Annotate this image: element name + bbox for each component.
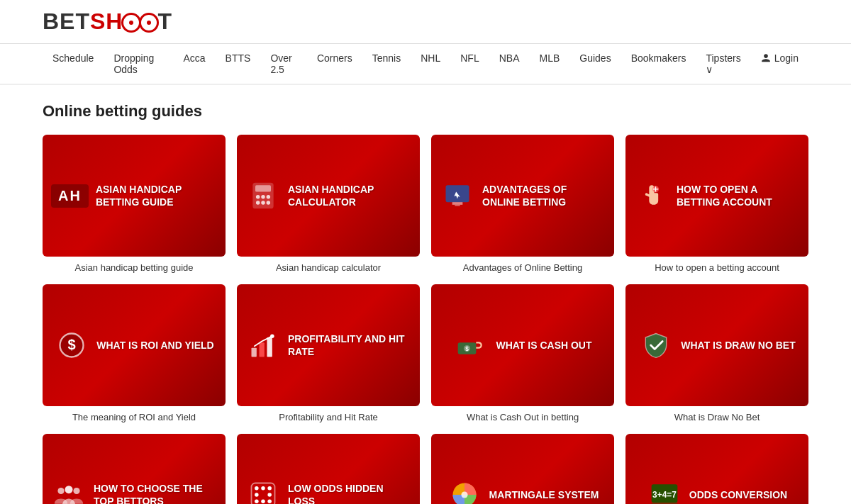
nav-link-acca[interactable]: Acca xyxy=(173,44,215,72)
nav-link-guides[interactable]: Guides xyxy=(569,44,621,72)
nav-link-btts[interactable]: BTTS xyxy=(216,44,261,72)
guide-icon-asian-handicap-calculator xyxy=(245,180,281,211)
guide-card-top-bettors[interactable]: HOW TO CHOOSE THE TOP BETTORS xyxy=(43,434,226,504)
nav-link-over25[interactable]: Over 2.5 xyxy=(260,44,307,84)
svg-rect-16 xyxy=(260,342,265,357)
guide-card-martingale[interactable]: MARTINGALE SYSTEM xyxy=(431,434,614,504)
nav-item-guides[interactable]: Guides xyxy=(569,44,621,84)
guide-caption-asian-handicap-guide: Asian handicap betting guide xyxy=(75,262,194,273)
nav-item-mlb[interactable]: MLB xyxy=(529,44,569,84)
guide-item-advantages-online-betting: ADVANTAGES OF ONLINE BETTINGAdvantages o… xyxy=(431,135,614,273)
guide-label-martingale: MARTINGALE SYSTEM xyxy=(489,488,599,501)
guide-icon-how-to-open-account xyxy=(634,180,669,211)
nav-item-tipsters[interactable]: Tipsters ∨ xyxy=(696,44,750,84)
guide-item-profitability-hit-rate: PROFITABILITY AND HIT RATEProfitability … xyxy=(237,284,420,422)
guide-icon-martingale xyxy=(447,479,482,504)
guide-item-low-odds: LOW ODDS HIDDEN LOSSLow odds betting xyxy=(237,434,420,504)
guide-icon-asian-handicap-guide: AH xyxy=(51,184,89,208)
nav-link-login[interactable]: Login xyxy=(751,44,808,72)
guide-card-advantages-online-betting[interactable]: ADVANTAGES OF ONLINE BETTING xyxy=(431,135,614,257)
nav-item-login[interactable]: Login xyxy=(751,44,808,84)
nav-link-tipsters[interactable]: Tipsters ∨ xyxy=(696,44,750,84)
nav-link-dropping-odds[interactable]: Dropping Odds xyxy=(104,44,173,84)
guide-caption-profitability-hit-rate: Profitability and Hit Rate xyxy=(279,412,377,422)
guides-grid: AHASIAN HANDICAP BETTING GUIDEAsian hand… xyxy=(43,135,808,504)
guide-card-roi-yield[interactable]: $ WHAT IS ROI AND YIELD xyxy=(43,284,226,406)
nav-link-mlb[interactable]: MLB xyxy=(529,44,569,72)
nav-item-btts[interactable]: BTTS xyxy=(216,44,261,84)
guide-card-profitability-hit-rate[interactable]: PROFITABILITY AND HIT RATE xyxy=(237,284,420,406)
nav-item-nfl[interactable]: NFL xyxy=(450,44,489,84)
nav-link-bookmakers[interactable]: Bookmakers xyxy=(621,44,696,72)
guide-label-low-odds: LOW ODDS HIDDEN LOSS xyxy=(288,482,411,504)
logo[interactable]: BETSHT xyxy=(43,9,172,35)
nav-link-nhl[interactable]: NHL xyxy=(411,44,450,72)
guide-caption-how-to-open-account: How to open a betting account xyxy=(655,262,779,273)
logo-circle-1 xyxy=(121,13,141,33)
nav-item-tennis[interactable]: Tennis xyxy=(362,44,411,84)
svg-rect-1 xyxy=(255,185,271,191)
nav-item-acca[interactable]: Acca xyxy=(173,44,215,84)
guide-label-asian-handicap-guide: ASIAN HANDICAP BETTING GUIDE xyxy=(96,183,217,208)
nav-link-schedule[interactable]: Schedule xyxy=(43,44,104,72)
guide-label-cash-out: WHAT IS CASH OUT xyxy=(496,339,591,352)
svg-point-2 xyxy=(256,195,260,199)
nav-link-tennis[interactable]: Tennis xyxy=(362,44,411,72)
guide-card-asian-handicap-calculator[interactable]: ASIAN HANDICAP CALCULATOR xyxy=(237,135,420,257)
guide-caption-roi-yield: The meaning of ROI and Yield xyxy=(72,412,196,422)
guide-card-low-odds[interactable]: LOW ODDS HIDDEN LOSS xyxy=(237,434,420,504)
guide-caption-draw-no-bet: What is Draw No Bet xyxy=(674,412,760,422)
svg-point-3 xyxy=(261,195,265,199)
guide-item-asian-handicap-guide: AHASIAN HANDICAP BETTING GUIDEAsian hand… xyxy=(43,135,226,273)
svg-point-27 xyxy=(261,486,265,491)
guide-item-roi-yield: $ WHAT IS ROI AND YIELDThe meaning of RO… xyxy=(43,284,226,422)
logo-t: T xyxy=(157,9,172,34)
nav-item-corners[interactable]: Corners xyxy=(307,44,362,84)
guide-item-odds-conversion: 3+4=7 ODDS CONVERSIONOdds conversion xyxy=(625,434,808,504)
guide-icon-advantages-online-betting xyxy=(440,180,475,211)
guide-label-odds-conversion: ODDS CONVERSION xyxy=(689,488,787,501)
guide-label-profitability-hit-rate: PROFITABILITY AND HIT RATE xyxy=(288,332,411,358)
guide-card-draw-no-bet[interactable]: WHAT IS DRAW NO BET xyxy=(625,284,808,406)
guide-item-draw-no-bet: WHAT IS DRAW NO BETWhat is Draw No Bet xyxy=(625,284,808,422)
svg-point-22 xyxy=(57,488,64,494)
svg-point-31 xyxy=(255,499,259,503)
nav-item-nhl[interactable]: NHL xyxy=(411,44,450,84)
svg-point-24 xyxy=(73,488,79,494)
svg-text:$: $ xyxy=(68,337,76,352)
nav-item-schedule[interactable]: Schedule xyxy=(43,44,104,84)
nav-link-nba[interactable]: NBA xyxy=(489,44,530,72)
guide-item-cash-out: $ WHAT IS CASH OUTWhat is Cash Out in be… xyxy=(431,284,614,422)
nav-item-over25[interactable]: Over 2.5 xyxy=(260,44,307,84)
svg-point-28 xyxy=(267,486,272,491)
svg-point-26 xyxy=(255,486,259,491)
logo-sh: SH xyxy=(90,9,123,34)
nav-item-nba[interactable]: NBA xyxy=(489,44,530,84)
guide-card-asian-handicap-guide[interactable]: AHASIAN HANDICAP BETTING GUIDE xyxy=(43,135,226,257)
guide-caption-asian-handicap-calculator: Asian handicap calculator xyxy=(276,262,381,273)
guide-icon-draw-no-bet xyxy=(638,330,674,361)
guide-item-martingale: MARTINGALE SYSTEMMartingale system xyxy=(431,434,614,504)
guide-icon-profitability-hit-rate xyxy=(245,330,281,361)
guide-label-roi-yield: WHAT IS ROI AND YIELD xyxy=(96,339,213,352)
guide-card-odds-conversion[interactable]: 3+4=7 ODDS CONVERSION xyxy=(625,434,808,504)
guide-label-top-bettors: HOW TO CHOOSE THE TOP BETTORS xyxy=(94,482,217,504)
guide-card-cash-out[interactable]: $ WHAT IS CASH OUT xyxy=(431,284,614,406)
nav-list: Schedule Dropping Odds Acca BTTS Over 2.… xyxy=(43,44,808,84)
svg-point-33 xyxy=(267,499,272,503)
guide-icon-low-odds xyxy=(245,479,281,504)
main-nav: Schedule Dropping Odds Acca BTTS Over 2.… xyxy=(0,44,851,85)
svg-rect-9 xyxy=(452,202,463,205)
svg-point-18 xyxy=(270,334,274,338)
nav-link-corners[interactable]: Corners xyxy=(307,44,362,72)
guide-caption-advantages-online-betting: Advantages of Online Betting xyxy=(463,262,582,273)
nav-link-nfl[interactable]: NFL xyxy=(450,44,489,72)
guide-card-how-to-open-account[interactable]: HOW TO OPEN A BETTING ACCOUNT xyxy=(625,135,808,257)
guide-label-how-to-open-account: HOW TO OPEN A BETTING ACCOUNT xyxy=(677,183,800,208)
logo-bet: BET xyxy=(43,9,90,34)
svg-point-30 xyxy=(267,493,272,497)
nav-item-bookmakers[interactable]: Bookmakers xyxy=(621,44,696,84)
guide-item-how-to-open-account: HOW TO OPEN A BETTING ACCOUNTHow to open… xyxy=(625,135,808,273)
nav-item-dropping-odds[interactable]: Dropping Odds xyxy=(104,44,173,84)
svg-point-23 xyxy=(65,486,73,493)
